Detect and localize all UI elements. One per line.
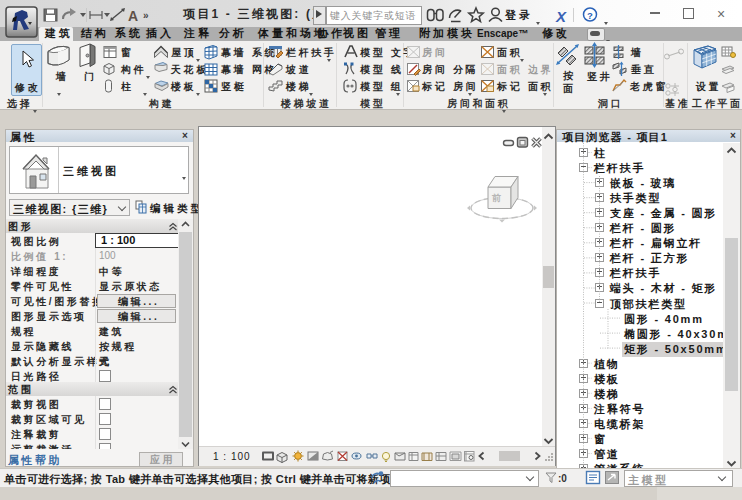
svg-text:»: » bbox=[143, 10, 149, 21]
svg-text:A: A bbox=[128, 8, 138, 24]
svg-text:前: 前 bbox=[491, 193, 502, 203]
svg-text:?: ? bbox=[587, 10, 593, 21]
svg-text:X: X bbox=[555, 8, 567, 25]
